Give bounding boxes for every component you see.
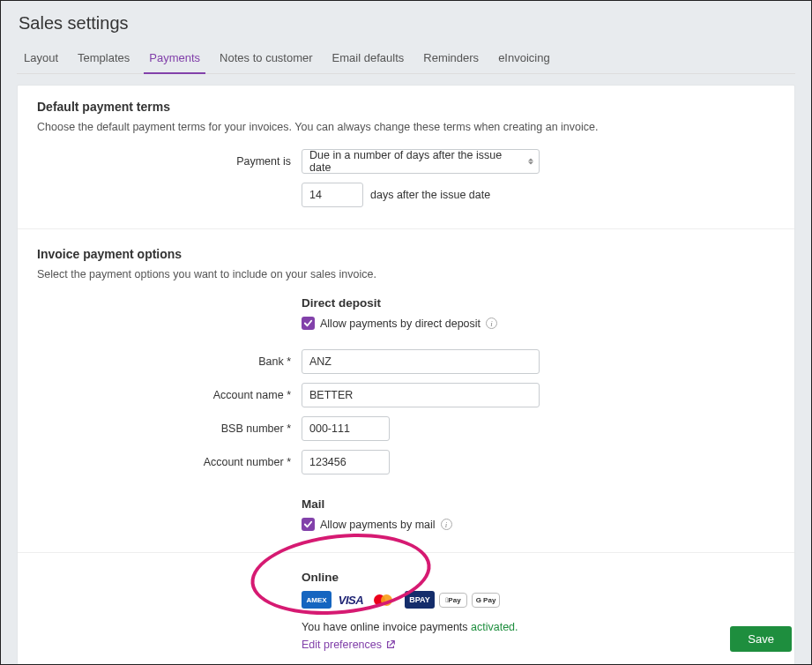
account-number-label: Account number (37, 456, 302, 468)
visa-icon: VISA (336, 591, 366, 609)
mail-checkbox[interactable] (302, 518, 315, 531)
tab-reminders[interactable]: Reminders (421, 46, 480, 73)
online-title: Online (302, 571, 775, 584)
default-terms-desc: Choose the default payment terms for you… (37, 121, 775, 133)
tab-email[interactable]: Email defaults (331, 46, 406, 73)
bpay-icon: BPAY (405, 591, 435, 609)
bank-input[interactable] (302, 349, 540, 374)
account-name-input[interactable] (302, 383, 540, 407)
info-icon[interactable]: i (486, 318, 497, 329)
tab-layout[interactable]: Layout (22, 46, 60, 73)
online-status-prefix: You have online invoice payments (302, 621, 471, 633)
direct-deposit-title: Direct deposit (302, 296, 775, 310)
invoice-options-title: Invoice payment options (37, 247, 775, 261)
direct-deposit-checkbox[interactable] (302, 317, 315, 330)
bsb-label: BSB number (37, 422, 302, 435)
amex-icon: AMEX (302, 591, 332, 609)
mail-allow-label: Allow payments by mail (320, 519, 436, 531)
invoice-options-desc: Select the payment options you want to i… (37, 268, 775, 280)
page-title: Sales settings (19, 13, 795, 34)
online-status: You have online invoice payments activat… (302, 621, 775, 633)
default-terms-title: Default payment terms (37, 100, 775, 114)
mail-title: Mail (302, 497, 775, 511)
check-icon (303, 318, 313, 328)
payment-is-select[interactable]: Due in a number of days after the issue … (302, 149, 540, 174)
edit-preferences-label: Edit preferences (302, 639, 382, 651)
account-name-label: Account name (37, 389, 302, 401)
tabs-bar: Layout Templates Payments Notes to custo… (17, 46, 795, 74)
online-status-active: activated. (471, 621, 518, 633)
tab-notes[interactable]: Notes to customer (218, 46, 315, 73)
apple-pay-icon: Pay (439, 593, 467, 608)
edit-preferences-link[interactable]: Edit preferences (302, 639, 396, 651)
google-pay-icon: G Pay (472, 593, 500, 608)
direct-deposit-allow-label: Allow payments by direct deposit (320, 318, 480, 330)
save-button[interactable]: Save (730, 626, 792, 652)
tab-payments[interactable]: Payments (147, 46, 202, 73)
account-number-input[interactable] (302, 450, 390, 474)
chevron-updown-icon (528, 159, 533, 165)
bsb-input[interactable] (302, 416, 390, 441)
divider (18, 552, 794, 553)
info-icon[interactable]: i (441, 519, 452, 530)
payment-is-label: Payment is (37, 155, 302, 168)
tab-einvoicing[interactable]: eInvoicing (496, 46, 552, 73)
payment-logos: AMEX VISA BPAY Pay G Pay (302, 591, 775, 609)
payment-is-value: Due in a number of days after the issue … (309, 149, 519, 174)
settings-card: Default payment terms Choose the default… (17, 85, 795, 665)
bank-label: Bank (37, 355, 302, 368)
tab-templates[interactable]: Templates (76, 46, 131, 73)
mastercard-icon (370, 591, 400, 609)
days-input[interactable] (302, 183, 363, 207)
days-suffix: days after the issue date (370, 189, 490, 201)
divider (18, 228, 794, 229)
external-link-icon (385, 639, 396, 650)
check-icon (303, 519, 313, 529)
